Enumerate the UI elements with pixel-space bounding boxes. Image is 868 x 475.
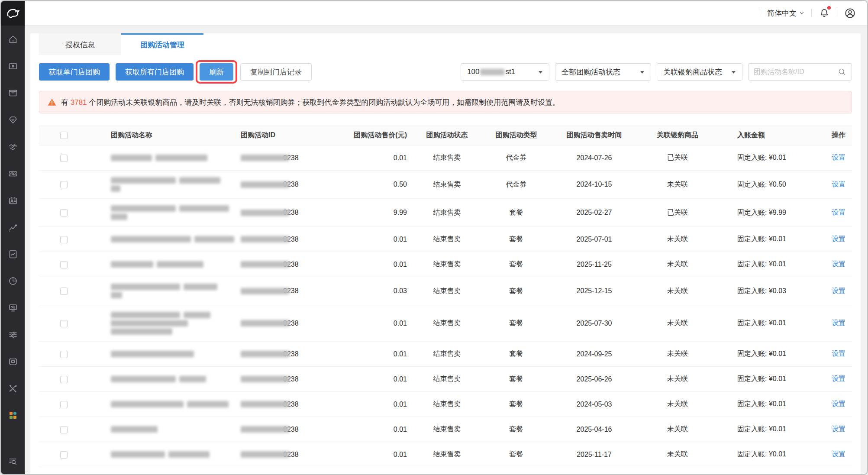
activity-name-redacted xyxy=(108,259,238,269)
row-checkbox[interactable] xyxy=(60,401,68,408)
settings-link[interactable]: 设置 xyxy=(832,450,845,458)
store-select[interactable]: 100 st1 xyxy=(461,63,549,81)
row-checkbox[interactable] xyxy=(60,288,68,295)
pie-chart-icon[interactable] xyxy=(8,276,18,286)
row-checkbox[interactable] xyxy=(60,236,68,243)
row-checkbox[interactable] xyxy=(60,320,68,327)
redacted-text xyxy=(179,376,206,382)
settings-link[interactable]: 设置 xyxy=(832,287,845,294)
membership-icon[interactable] xyxy=(8,115,18,125)
sliders-icon[interactable] xyxy=(8,330,18,340)
row-checkbox[interactable] xyxy=(60,351,68,358)
search-input[interactable] xyxy=(754,68,838,76)
actions-cell: 设置 xyxy=(827,235,852,244)
activity-price: 9.99 xyxy=(346,209,411,216)
table-row: 02380.50结束售卖代金券2024-10-15未关联固定入账: ¥0.50设… xyxy=(39,171,852,199)
activity-type: 套餐 xyxy=(483,235,550,244)
settings-link[interactable]: 设置 xyxy=(832,425,845,433)
redacted-line xyxy=(111,213,236,220)
refresh-button-wrap: 刷新 xyxy=(200,63,233,81)
notifications-button[interactable] xyxy=(819,7,830,19)
table-row: 02380.03结束售卖套餐2025-12-15未关联固定入账: ¥0.03设置 xyxy=(39,277,852,305)
copy-to-store-record-button[interactable]: 复制到门店记录 xyxy=(240,63,312,81)
fetch-single-store-button[interactable]: 获取单门店团购 xyxy=(39,63,110,81)
settings-link[interactable]: 设置 xyxy=(832,260,845,268)
activity-status-select[interactable]: 全部团购活动状态 xyxy=(555,63,651,81)
activity-id: 0238 xyxy=(241,451,344,459)
activity-price: 0.01 xyxy=(346,401,411,408)
product-link-status-value: 关联银豹商品状态 xyxy=(663,67,722,77)
redacted-text xyxy=(111,328,172,335)
screen-icon[interactable] xyxy=(8,303,18,313)
redacted-text xyxy=(168,451,210,458)
actions-cell: 设置 xyxy=(827,375,852,384)
select-all-checkbox[interactable] xyxy=(60,132,68,139)
row-checkbox-cell xyxy=(39,209,108,216)
settings-link[interactable]: 设置 xyxy=(832,154,845,161)
settings-link[interactable]: 设置 xyxy=(832,181,845,188)
brand-logo[interactable] xyxy=(1,1,25,26)
settings-link[interactable]: 设置 xyxy=(832,209,845,216)
apps-icon[interactable] xyxy=(8,410,18,420)
language-selector[interactable]: 简体中文 xyxy=(767,8,804,18)
actions-cell: 设置 xyxy=(827,349,852,359)
fetch-all-stores-button[interactable]: 获取所有门店团购 xyxy=(116,63,194,81)
row-checkbox[interactable] xyxy=(60,209,68,216)
activity-price: 0.01 xyxy=(346,350,411,358)
package-icon[interactable] xyxy=(8,88,18,98)
redacted-line xyxy=(111,185,236,192)
id-card-icon[interactable] xyxy=(8,195,18,206)
actions-cell: 设置 xyxy=(827,260,852,269)
redacted-line xyxy=(111,261,236,268)
settings-link[interactable]: 设置 xyxy=(832,400,845,407)
report-icon[interactable] xyxy=(8,249,18,259)
tools-icon[interactable] xyxy=(8,383,18,394)
tab-groupbuy-management[interactable]: 团购活动管理 xyxy=(121,33,203,55)
row-checkbox-cell xyxy=(39,235,108,243)
search-menu-icon[interactable] xyxy=(8,456,18,466)
row-checkbox-cell xyxy=(39,375,108,383)
linked-product-state: 未关联 xyxy=(639,400,716,409)
linked-product-state: 未关联 xyxy=(639,349,716,359)
activity-sale-date: 2025-07-01 xyxy=(550,236,639,243)
analytics-icon[interactable] xyxy=(8,222,18,233)
content-card: 授权信息 团购活动管理 获取单门店团购 获取所有门店团购 刷新 复制到门店记录 … xyxy=(30,33,861,475)
activity-status: 结束售卖 xyxy=(411,375,483,384)
product-link-status-select[interactable]: 关联银豹商品状态 xyxy=(657,63,742,81)
activity-sale-date: 2025-11-17 xyxy=(550,451,639,459)
activity-name-redacted xyxy=(108,204,238,222)
search-icon[interactable] xyxy=(838,68,846,76)
row-checkbox[interactable] xyxy=(60,426,68,433)
settings-link[interactable]: 设置 xyxy=(832,375,845,382)
refresh-button[interactable]: 刷新 xyxy=(200,63,233,81)
actions-cell: 设置 xyxy=(827,400,852,409)
caret-down-icon xyxy=(725,68,736,76)
activity-id-cell: 0238 xyxy=(238,209,346,216)
account-button[interactable] xyxy=(844,7,856,19)
settings-link[interactable]: 设置 xyxy=(832,350,845,357)
row-checkbox[interactable] xyxy=(60,376,68,383)
activity-type: 套餐 xyxy=(483,287,550,296)
row-checkbox[interactable] xyxy=(60,451,68,459)
header-activity-name: 团购活动名称 xyxy=(108,131,238,140)
tab-authorization-info[interactable]: 授权信息 xyxy=(39,33,121,55)
tab-bar: 授权信息 团购活动管理 xyxy=(39,33,852,55)
linked-product-state: 未关联 xyxy=(639,235,716,244)
cash-icon[interactable] xyxy=(8,61,18,71)
activity-type: 套餐 xyxy=(483,319,550,328)
redacted-text xyxy=(184,284,217,290)
activity-name-redacted xyxy=(108,349,238,359)
settings-link[interactable]: 设置 xyxy=(832,235,845,242)
row-checkbox[interactable] xyxy=(60,181,68,188)
actions-cell: 设置 xyxy=(827,287,852,296)
coupon-icon[interactable] xyxy=(8,168,18,179)
settings-link[interactable]: 设置 xyxy=(832,319,845,326)
activity-type: 代金券 xyxy=(483,180,550,189)
drawer-icon[interactable] xyxy=(8,356,18,367)
handshake-icon[interactable] xyxy=(8,142,18,152)
home-icon[interactable] xyxy=(8,34,18,45)
row-checkbox-cell xyxy=(39,154,108,162)
row-checkbox[interactable] xyxy=(60,261,68,268)
activity-type: 套餐 xyxy=(483,425,550,434)
row-checkbox[interactable] xyxy=(60,155,68,162)
